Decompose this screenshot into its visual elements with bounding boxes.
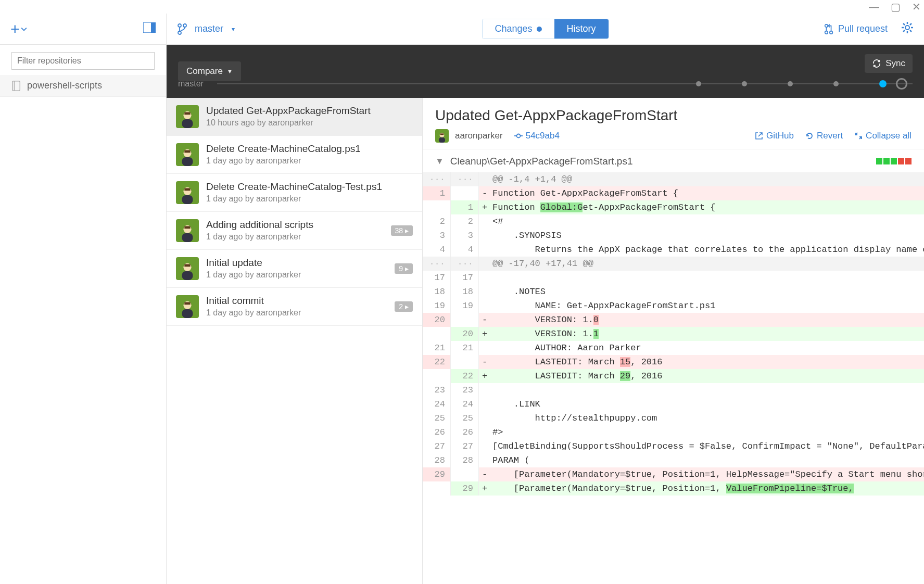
author-name: aaronparker — [455, 131, 503, 141]
commit-title: Delete Create-MachineCatalog-Test.ps1 — [206, 181, 382, 193]
commit-sha-link[interactable]: 54c9ab4 — [514, 131, 560, 141]
diff-line: 1818 .NOTES — [423, 285, 924, 299]
diff-line: 2727 [CmdletBinding(SupportsShouldProces… — [423, 439, 924, 453]
pull-request-icon — [824, 23, 834, 35]
svg-rect-36 — [184, 302, 190, 305]
svg-point-4 — [178, 24, 181, 27]
svg-rect-23 — [182, 157, 193, 166]
commit-avatar — [176, 143, 199, 166]
svg-rect-24 — [184, 150, 190, 153]
branch-selector[interactable]: master ▾ — [177, 23, 235, 35]
diff-line: 22- LASTEDIT: March 15, 2016 — [423, 355, 924, 369]
diff-line: 2626 #> — [423, 425, 924, 439]
commit-timeline[interactable]: master — [178, 79, 913, 88]
svg-line-15 — [903, 23, 905, 25]
diff-line: ······ @@ -1,4 +1,4 @@ — [423, 172, 924, 186]
svg-point-40 — [516, 134, 520, 138]
commit-detail: Updated Get-AppxPackageFromStart aaronpa… — [423, 98, 924, 584]
collapse-all-button[interactable]: Collapse all — [854, 131, 912, 141]
commit-meta: 1 day ago by aaronparker — [206, 156, 361, 166]
commit-item[interactable]: Delete Create-MachineCatalog-Test.ps11 d… — [167, 174, 422, 212]
timeline-branch-label: master — [178, 79, 204, 88]
tab-history[interactable]: History — [554, 19, 609, 39]
chevron-down-icon: ▼ — [435, 156, 444, 167]
commit-item[interactable]: Updated Get-AppxPackageFromStart10 hours… — [167, 98, 422, 136]
sync-icon — [872, 59, 881, 68]
add-repo-button[interactable]: + — [10, 20, 27, 38]
diff-line: 22 <# — [423, 214, 924, 228]
maximize-button[interactable]: ▢ — [891, 2, 901, 12]
svg-rect-1 — [151, 22, 156, 33]
branch-icon — [177, 23, 187, 35]
svg-rect-35 — [182, 309, 193, 318]
branch-name: master — [195, 23, 223, 34]
compare-button[interactable]: Compare ▼ — [178, 61, 241, 81]
window-controls: — ▢ ✕ — [0, 0, 924, 14]
compare-strip: Compare ▼ Sync master — [167, 45, 924, 98]
commit-avatar — [176, 181, 199, 204]
svg-rect-26 — [182, 195, 193, 204]
svg-rect-20 — [182, 119, 193, 128]
close-button[interactable]: ✕ — [912, 2, 921, 12]
diff-line: 29- [Parameter(Mandatory=$true, Position… — [423, 467, 924, 481]
revert-icon — [805, 132, 814, 140]
svg-line-17 — [903, 30, 905, 32]
commit-avatar — [176, 105, 199, 128]
collapse-icon — [854, 132, 863, 140]
svg-point-9 — [830, 31, 833, 33]
diff-line: 22+ LASTEDIT: March 29, 2016 — [423, 369, 924, 383]
commit-title: Initial commit — [206, 295, 301, 307]
svg-point-8 — [825, 31, 828, 33]
commit-avatar — [176, 295, 199, 318]
author-avatar — [435, 129, 449, 143]
svg-line-16 — [910, 30, 912, 32]
commit-title: Initial update — [206, 257, 301, 269]
file-count-badge: 38 ▸ — [391, 225, 413, 236]
sidebar: + powershell-scripts — [0, 14, 167, 584]
diff-line: ······ @@ -17,40 +17,41 @@ — [423, 257, 924, 271]
minimize-button[interactable]: — — [869, 2, 879, 12]
chevron-down-icon: ▾ — [232, 26, 235, 33]
svg-line-18 — [910, 23, 912, 25]
commit-item[interactable]: Delete Create-MachineCatalog.ps11 day ag… — [167, 136, 422, 174]
gear-icon — [901, 21, 914, 34]
sync-button[interactable]: Sync — [865, 54, 913, 73]
filter-repos-input[interactable] — [11, 52, 155, 70]
file-count-badge: 9 ▸ — [395, 263, 413, 274]
commit-avatar — [176, 257, 199, 280]
commit-icon — [514, 132, 523, 140]
svg-rect-29 — [182, 233, 193, 242]
open-github-link[interactable]: GitHub — [755, 131, 794, 141]
file-count-badge: 2 ▸ — [395, 301, 413, 312]
commit-item[interactable]: Initial update1 day ago by aaronparker9 … — [167, 250, 422, 288]
commit-item[interactable]: Initial commit1 day ago by aaronparker2 … — [167, 288, 422, 326]
commit-detail-title: Updated Get-AppxPackageFromStart — [435, 107, 912, 124]
commit-item[interactable]: Adding additional scripts1 day ago by aa… — [167, 212, 422, 250]
commit-meta: 1 day ago by aaronparker — [206, 232, 313, 242]
svg-rect-21 — [184, 112, 190, 115]
commit-list: Updated Get-AppxPackageFromStart10 hours… — [167, 98, 423, 584]
diff-line: 1-Function Get-AppxPackageFromStart { — [423, 186, 924, 200]
revert-button[interactable]: Revert — [805, 131, 843, 141]
diff-line: 29+ [Parameter(Mandatory=$true, Position… — [423, 481, 924, 496]
svg-rect-39 — [440, 133, 444, 135]
diff-file-path: Cleanup\Get-AppxPackageFromStart.ps1 — [450, 156, 633, 167]
diff-file-header[interactable]: ▼ Cleanup\Get-AppxPackageFromStart.ps1 — [423, 149, 924, 172]
toggle-panel-icon[interactable] — [143, 22, 156, 35]
commit-meta: 1 day ago by aaronparker — [206, 194, 382, 204]
view-tabs: Changes History — [482, 19, 609, 39]
pull-request-button[interactable]: Pull request — [824, 23, 888, 35]
settings-button[interactable] — [901, 21, 914, 36]
svg-rect-2 — [12, 81, 20, 90]
diff-line: 2121 AUTHOR: Aaron Parker — [423, 341, 924, 355]
repo-item[interactable]: powershell-scripts — [0, 75, 166, 97]
topbar: master ▾ Changes History — [167, 14, 924, 45]
changes-indicator-dot — [537, 27, 542, 32]
diff-line: 20+ VERSION: 1.1 — [423, 327, 924, 341]
diff-line: 44 Returns the AppX package that correla… — [423, 243, 924, 257]
commit-avatar — [176, 219, 199, 242]
svg-point-5 — [183, 24, 186, 27]
diff-view[interactable]: ······ @@ -1,4 +1,4 @@1-Function Get-App… — [423, 172, 924, 584]
tab-changes[interactable]: Changes — [482, 19, 554, 39]
commit-title: Adding additional scripts — [206, 219, 313, 231]
